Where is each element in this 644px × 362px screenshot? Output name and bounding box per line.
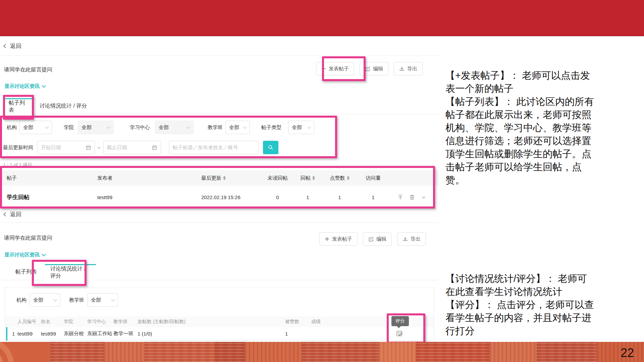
end-date-placeholder: 截止日期 bbox=[107, 144, 127, 151]
sort-icon bbox=[347, 176, 350, 180]
college-filter-select[interactable]: 全部 bbox=[78, 121, 114, 134]
row-indicator bbox=[6, 327, 7, 341]
tabbar: 帖子列表 讨论情况统计 / 评分 bbox=[0, 98, 439, 114]
filter-row-1: 机构 全部 学院 全部 学习中心 全部 教学班 全部 帖子类型 全部 bbox=[7, 121, 314, 134]
member-center: 东丽工作站 bbox=[87, 330, 113, 337]
show-forum-info-toggle[interactable]: 显示讨论区资讯 bbox=[4, 83, 45, 89]
divider bbox=[0, 55, 439, 56]
tab-discussion-stats[interactable]: 讨论情况统计 / 评分 bbox=[45, 264, 96, 280]
class-filter-select[interactable]: 全部 bbox=[87, 293, 118, 307]
post-replies: 1 bbox=[292, 194, 324, 200]
edit-label: 编辑 bbox=[373, 66, 383, 72]
class-filter-select[interactable]: 全部 bbox=[225, 121, 250, 134]
post-title-link[interactable]: 学生回帖 bbox=[7, 193, 97, 201]
search-icon bbox=[268, 144, 274, 150]
post-visits: 1 bbox=[356, 194, 391, 200]
member-id: testt99 bbox=[17, 331, 41, 337]
new-post-button[interactable]: 发表帖子 bbox=[319, 232, 358, 246]
col-college: 学院 bbox=[64, 319, 87, 325]
col-posts: 发帖数 (主帖数/回帖数) bbox=[138, 319, 285, 325]
chevron-down-icon[interactable] bbox=[421, 194, 427, 200]
col-member-id: 人员编号 bbox=[17, 319, 41, 325]
org-filter-select[interactable]: 全部 bbox=[30, 293, 60, 307]
edit-button[interactable]: 编辑 bbox=[360, 62, 388, 75]
student-row[interactable]: 1 testt99 testt99 东丽分校 东丽工作站 教学一班 1 (1/0… bbox=[5, 327, 433, 341]
org-filter-label: 机构 bbox=[16, 297, 26, 303]
chevron-left-icon bbox=[3, 212, 8, 217]
tab-post-list[interactable]: 帖子列表 bbox=[10, 264, 42, 280]
start-date-input[interactable]: 开始日期 bbox=[37, 141, 95, 154]
col-center: 学习中心 bbox=[87, 319, 113, 325]
plus-icon bbox=[325, 237, 329, 241]
download-icon bbox=[399, 66, 405, 71]
post-author: testt99 bbox=[97, 194, 201, 200]
start-date-placeholder: 开始日期 bbox=[41, 144, 61, 151]
post-table: 帖子 发布者 最后更新 未读回帖 回帖 点赞数 访问量 bbox=[0, 170, 439, 209]
post-unread: 0 bbox=[263, 194, 292, 200]
center-filter-value: 全部 bbox=[159, 124, 169, 131]
new-post-button[interactable]: 发表帖子 bbox=[316, 62, 354, 75]
end-date-input[interactable]: 截止日期 bbox=[103, 141, 161, 154]
new-post-label: 发表帖子 bbox=[329, 66, 349, 72]
chevron-down-icon bbox=[53, 297, 57, 301]
member-posts: 1 (1/0) bbox=[138, 331, 285, 337]
org-filter-select[interactable]: 全部 bbox=[19, 121, 52, 134]
back-label: 返回 bbox=[10, 42, 21, 50]
export-button[interactable]: 导出 bbox=[397, 232, 426, 246]
col-name: 姓名 bbox=[41, 319, 64, 325]
result-count: 1 - 1 of 1 项目 bbox=[3, 162, 32, 168]
divider bbox=[0, 223, 439, 223]
stats-filter-row: 机构 全部 教学班 全部 bbox=[16, 293, 118, 307]
member-name: testt99 bbox=[41, 331, 64, 337]
college-filter-value: 全部 bbox=[82, 124, 92, 131]
tab-post-list-label: 帖子列表 bbox=[15, 268, 37, 276]
new-post-label: 发表帖子 bbox=[332, 236, 352, 242]
stats-table-header: 人员编号 姓名 学院 学习中心 教学班 发帖数 (主帖数/回帖数) 被赞数 成绩 bbox=[5, 316, 433, 327]
back-link[interactable]: 返回 bbox=[4, 210, 21, 218]
edit-button[interactable]: 编辑 bbox=[363, 232, 392, 246]
type-filter-select[interactable]: 全部 bbox=[288, 121, 314, 134]
class-filter-value: 全部 bbox=[229, 124, 239, 131]
center-filter-select[interactable]: 全部 bbox=[155, 121, 194, 134]
post-table-header: 帖子 发布者 最后更新 未读回帖 回帖 点赞数 访问量 bbox=[0, 170, 439, 186]
calendar-icon bbox=[152, 145, 157, 150]
class-filter-label: 教学班 bbox=[69, 297, 84, 303]
pin-to-top-icon[interactable] bbox=[397, 194, 404, 200]
discussion-title: 请同学在此留言提问 bbox=[4, 235, 52, 242]
back-link[interactable]: 返回 bbox=[4, 42, 21, 50]
col-unread: 未读回帖 bbox=[263, 175, 292, 181]
class-filter-label: 教学班 bbox=[208, 124, 223, 131]
post-likes: 1 bbox=[324, 194, 356, 200]
update-time-label: 最后更新时间 bbox=[3, 144, 33, 151]
tab-discussion-stats[interactable]: 讨论情况统计 / 评分 bbox=[34, 98, 92, 114]
show-forum-info-toggle[interactable]: 显示讨论区资讯 bbox=[4, 252, 45, 258]
grade-icon[interactable] bbox=[396, 330, 403, 337]
download-icon bbox=[402, 236, 408, 242]
score-tooltip-label: 评分 bbox=[395, 318, 405, 324]
search-button[interactable] bbox=[263, 141, 278, 154]
college-filter-label: 学院 bbox=[64, 124, 74, 131]
stats-panel: 机构 全部 教学班 全部 人员编号 姓名 学院 学习中心 教学班 发帖数 (主帖… bbox=[5, 288, 434, 341]
keyword-search-input[interactable]: 帖子标题／发布者姓名／账号 bbox=[169, 141, 259, 154]
tab-post-list-label: 帖子列表 bbox=[9, 100, 29, 114]
org-filter-label: 机构 bbox=[7, 124, 17, 131]
edit-label: 编辑 bbox=[376, 236, 386, 242]
col-updated-sort[interactable]: 最后更新 bbox=[201, 175, 263, 181]
export-label: 导出 bbox=[411, 236, 421, 242]
post-row[interactable]: 学生回帖 testt99 2022.02.19 15:26 0 1 1 1 bbox=[0, 186, 439, 209]
tab-post-list[interactable]: 帖子列表 bbox=[3, 98, 34, 114]
delete-icon[interactable] bbox=[409, 194, 415, 200]
tab-discussion-stats-label: 讨论情况统计 / 评分 bbox=[40, 103, 87, 110]
toolbar: 发表帖子 编辑 导出 bbox=[316, 62, 423, 75]
page-number: 22 bbox=[621, 346, 634, 360]
col-replies-sort[interactable]: 回帖 bbox=[292, 175, 324, 181]
member-liked: 1 bbox=[285, 331, 311, 337]
export-button[interactable]: 导出 bbox=[394, 62, 423, 75]
notes-block-2: 【讨论情况统计/评分】： 老师可 在此查看学生讨论情况统计 【评分】： 点击评分… bbox=[445, 272, 642, 338]
export-label: 导出 bbox=[407, 66, 417, 72]
slide: 返回 请同学在此留言提问 发表帖子 编辑 导出 显示讨论区资讯 帖子列表 bbox=[0, 0, 644, 362]
col-likes-sort[interactable]: 点赞数 bbox=[324, 175, 356, 181]
show-forum-info-label: 显示讨论区资讯 bbox=[4, 252, 40, 258]
class-filter-value: 全部 bbox=[91, 297, 101, 303]
notes-block-1: 【+发表帖子】： 老师可以点击发 表一个新的帖子 【帖子列表】： 此讨论区内的所… bbox=[445, 69, 642, 187]
